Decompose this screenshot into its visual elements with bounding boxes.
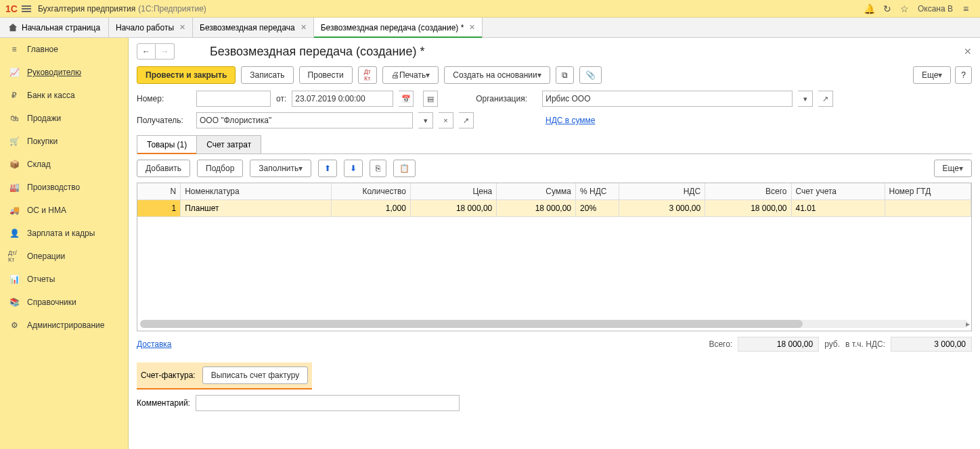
col-nomen[interactable]: Номенклатура — [181, 183, 332, 200]
col-vatpct[interactable]: % НДС — [576, 183, 619, 200]
write-invoice-button[interactable]: Выписать счет фактуру — [202, 367, 309, 384]
tab-transfer-create[interactable]: Безвозмездная передача (создание) *✕ — [314, 18, 483, 37]
cell-account[interactable]: 41.01 — [791, 200, 885, 217]
settings-icon[interactable]: ≡ — [960, 3, 972, 15]
invoice-label: Счет-фактура: — [141, 371, 196, 380]
sidebar-item-main[interactable]: ≡Главное — [0, 38, 128, 61]
dropdown-icon[interactable]: ▾ — [418, 112, 433, 128]
col-sum[interactable]: Сумма — [497, 183, 576, 200]
open-icon[interactable]: ↗ — [818, 91, 833, 107]
col-qty[interactable]: Количество — [332, 183, 411, 200]
nav-back-button[interactable]: ← — [137, 43, 156, 60]
dropdown-icon[interactable]: ▾ — [798, 91, 813, 107]
main-toolbar: Провести и закрыть Записать Провести ДтК… — [129, 62, 980, 88]
structure-button[interactable]: ⧉ — [556, 66, 574, 84]
sidebar-item-operations[interactable]: Дт/КтОперации — [0, 245, 128, 268]
add-row-button[interactable]: Добавить — [137, 160, 190, 177]
total-label: Всего: — [709, 339, 732, 349]
more-button[interactable]: Еще — [913, 66, 951, 84]
horizontal-scrollbar[interactable]: ▸ — [140, 320, 968, 328]
org-input[interactable]: Ирбис ООО — [542, 91, 793, 107]
sidebar-item-manager[interactable]: 📈Руководителю — [0, 61, 128, 84]
move-up-button[interactable]: ⬆ — [318, 160, 337, 177]
sidebar-item-admin[interactable]: ⚙Администрирование — [0, 314, 128, 337]
app-subtitle: (1С:Предприятие) — [138, 4, 206, 14]
cell-price[interactable]: 18 000,00 — [410, 200, 496, 217]
create-based-button[interactable]: Создать на основании — [444, 66, 550, 84]
sidebar-item-purchases[interactable]: 🛒Покупки — [0, 130, 128, 153]
cell-qty[interactable]: 1,000 — [332, 200, 411, 217]
total-value: 18 000,00 — [738, 337, 819, 352]
tabbar: Начальная страница Начало работы✕ Безвоз… — [0, 18, 980, 38]
print-button[interactable]: 🖨 Печать — [382, 66, 439, 84]
invoice-section: Счет-фактура: Выписать счет фактуру — [137, 362, 312, 389]
number-label: Номер: — [137, 94, 191, 103]
post-and-close-button[interactable]: Провести и закрыть — [137, 66, 236, 84]
cell-total[interactable]: 18 000,00 — [705, 200, 791, 217]
dtkt-button[interactable]: ДтКт — [358, 66, 377, 84]
help-button[interactable]: ? — [955, 66, 972, 84]
subtab-costs[interactable]: Счет затрат — [196, 135, 261, 153]
sidebar-item-bank[interactable]: ₽Банк и касса — [0, 84, 128, 107]
sidebar-item-assets[interactable]: 🚚ОС и НМА — [0, 199, 128, 222]
doc-icon[interactable]: ▤ — [423, 91, 438, 107]
col-total[interactable]: Всего — [705, 183, 791, 200]
date-input[interactable]: 23.07.2019 0:00:00 — [292, 91, 393, 107]
tab-transfer[interactable]: Безвозмездная передача✕ — [193, 18, 314, 37]
cell-sum[interactable]: 18 000,00 — [497, 200, 576, 217]
col-account[interactable]: Счет учета — [791, 183, 885, 200]
subtab-goods[interactable]: Товары (1) — [137, 135, 197, 153]
close-icon[interactable]: ✕ — [300, 23, 307, 32]
cell-vat[interactable]: 3 000,00 — [619, 200, 705, 217]
sidebar-item-production[interactable]: 🏭Производство — [0, 176, 128, 199]
open-icon[interactable]: ↗ — [459, 112, 474, 128]
paste-button[interactable]: 📋 — [393, 160, 416, 177]
col-gtd[interactable]: Номер ГТД — [885, 183, 971, 200]
col-n[interactable]: N — [137, 183, 181, 200]
move-down-button[interactable]: ⬇ — [344, 160, 363, 177]
save-button[interactable]: Записать — [241, 66, 293, 84]
delivery-link[interactable]: Доставка — [137, 339, 172, 349]
burger-icon[interactable] — [22, 5, 31, 12]
col-price[interactable]: Цена — [410, 183, 496, 200]
fill-button[interactable]: Заполнить — [250, 160, 311, 177]
tab-home-label: Начальная страница — [22, 23, 100, 32]
factory-icon: 🏭 — [8, 182, 20, 193]
calendar-icon[interactable]: 📅 — [399, 91, 414, 107]
sidebar-item-refs[interactable]: 📚Справочники — [0, 291, 128, 314]
cell-nomen[interactable]: Планшет — [181, 200, 332, 217]
clear-icon[interactable]: × — [439, 112, 453, 128]
sidebar-item-warehouse[interactable]: 📦Склад — [0, 153, 128, 176]
star-icon[interactable]: ☆ — [899, 3, 911, 15]
copy-button[interactable]: ⎘ — [370, 160, 386, 177]
close-icon[interactable]: ✕ — [179, 23, 185, 32]
sidebar-item-sales[interactable]: 🛍Продажи — [0, 107, 128, 130]
sidebar-item-salary[interactable]: 👤Зарплата и кадры — [0, 222, 128, 245]
number-input[interactable] — [196, 91, 271, 107]
attach-button[interactable]: 📎 — [579, 66, 602, 84]
content-area: ← → Безвозмездная передача (создание) * … — [129, 38, 980, 449]
tab-home[interactable]: Начальная страница — [0, 18, 109, 37]
bell-icon[interactable]: 🔔 — [864, 3, 876, 15]
comment-label: Комментарий: — [137, 398, 190, 408]
table-more-button[interactable]: Еще — [934, 160, 972, 177]
select-button[interactable]: Подбор — [197, 160, 243, 177]
username[interactable]: Оксана В — [918, 4, 953, 14]
sidebar-item-reports[interactable]: 📊Отчеты — [0, 268, 128, 291]
nav-forward-button[interactable]: → — [156, 43, 175, 60]
cell-n[interactable]: 1 — [137, 200, 181, 217]
close-icon[interactable]: ✕ — [469, 23, 475, 32]
history-icon[interactable]: ↻ — [881, 3, 893, 15]
tab-start[interactable]: Начало работы✕ — [109, 18, 193, 37]
post-button[interactable]: Провести — [299, 66, 353, 84]
vat-mode-link[interactable]: НДС в сумме — [545, 116, 596, 125]
recipient-input[interactable]: ООО "Флористика" — [196, 112, 413, 128]
table-row[interactable]: 1 Планшет 1,000 18 000,00 18 000,00 20% … — [137, 200, 971, 217]
col-vat[interactable]: НДС — [619, 183, 705, 200]
comment-input[interactable] — [196, 395, 460, 411]
chart-icon: 📈 — [8, 67, 20, 78]
cell-gtd[interactable] — [885, 200, 971, 217]
close-page-icon[interactable]: ✕ — [964, 46, 972, 57]
truck-icon: 🚚 — [8, 205, 20, 216]
cell-vatpct[interactable]: 20% — [576, 200, 619, 217]
